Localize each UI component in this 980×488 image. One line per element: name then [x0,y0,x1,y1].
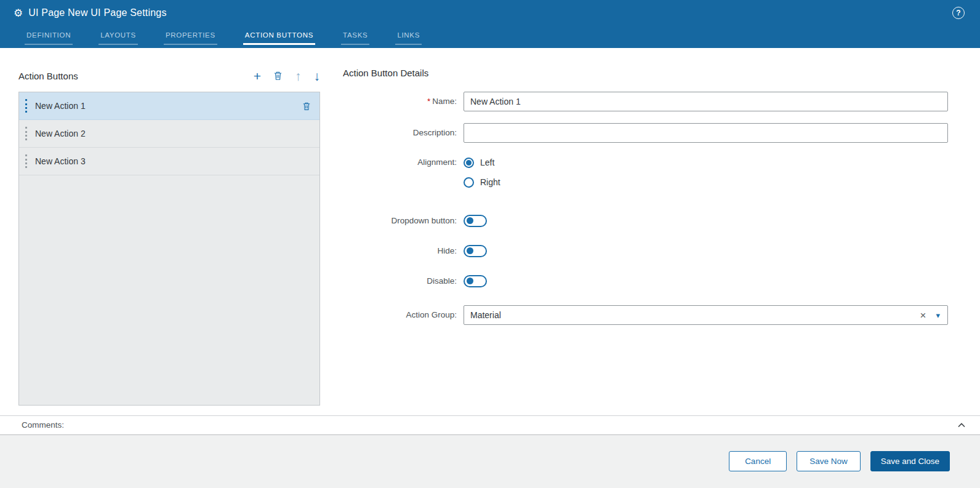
action-group-label: Action Group: [343,305,464,325]
save-and-close-button[interactable]: Save and Close [870,451,950,471]
required-marker: * [427,97,430,106]
tab-properties[interactable]: PROPERTIES [164,31,217,45]
clear-selection-icon[interactable]: × [920,310,926,321]
chevron-down-icon[interactable]: ▾ [936,311,940,319]
hide-row: Hide: [343,245,948,257]
details-title: Action Button Details [343,68,948,84]
tab-definition[interactable]: DEFINITION [25,31,73,45]
drag-handle-icon[interactable] [25,127,27,140]
description-row: Description: [343,123,948,143]
list-item-label: New Action 3 [35,156,86,166]
comments-section[interactable]: Comments: [0,415,980,435]
action-group-row: Action Group: Material × ▾ [343,305,948,325]
gear-icon: ⚙ [14,8,23,18]
move-down-button[interactable]: ↓ [314,70,321,82]
footer-bar: Cancel Save Now Save and Close [0,435,980,488]
disable-toggle[interactable] [464,275,487,287]
tab-tasks[interactable]: TASKS [341,31,369,45]
tab-layouts[interactable]: LAYOUTS [98,31,138,45]
drag-handle-icon[interactable] [25,154,27,168]
move-up-button[interactable]: ↑ [295,70,302,82]
action-group-value: Material [470,310,920,320]
dropdown-button-row: Dropdown button: [343,215,948,227]
details-form: *Name: Description: Alignment: Left [343,92,948,337]
dropdown-button-toggle[interactable] [464,215,487,227]
radio-right[interactable] [464,177,474,188]
dropdown-button-label: Dropdown button: [343,215,464,227]
action-group-select[interactable]: Material × ▾ [464,305,948,325]
list-item-label: New Action 1 [35,101,86,111]
action-buttons-header: Action Buttons + ↑ ↓ [18,68,320,84]
page-title: UI Page New UI Page Settings [28,7,166,18]
delete-action-button[interactable] [273,71,283,81]
help-icon[interactable]: ? [952,7,965,19]
name-label: *Name: [343,92,464,111]
action-buttons-title: Action Buttons [18,71,78,81]
action-button-details-panel: Action Button Details *Name: Description… [343,68,948,415]
name-row: *Name: [343,92,948,111]
tab-links[interactable]: LINKS [395,31,422,45]
name-input[interactable] [464,92,948,111]
chevron-up-icon[interactable] [957,420,966,430]
main-content: Action Buttons + ↑ ↓ New Action 1 New [0,48,980,415]
description-input[interactable] [464,123,948,143]
hide-label: Hide: [343,245,464,257]
alignment-option-left[interactable]: Left [464,154,948,170]
radio-left[interactable] [464,158,474,168]
radio-right-label: Right [480,177,500,187]
delete-item-icon[interactable] [302,102,311,111]
disable-label: Disable: [343,275,464,287]
list-item-new-action-3[interactable]: New Action 3 [19,148,319,175]
radio-left-label: Left [480,158,494,167]
cancel-button[interactable]: Cancel [729,451,787,471]
disable-row: Disable: [343,275,948,287]
comments-label: Comments: [22,420,64,430]
list-toolbar: + ↑ ↓ [254,70,320,82]
alignment-row: Alignment: Left Right [343,154,948,194]
list-item-label: New Action 2 [35,129,86,138]
hide-toggle[interactable] [464,245,487,257]
list-item-new-action-2[interactable]: New Action 2 [19,120,319,148]
description-label: Description: [343,123,464,143]
tabs-bar: DEFINITION LAYOUTS PROPERTIES ACTION BUT… [0,26,980,48]
save-now-button[interactable]: Save Now [797,451,861,471]
action-buttons-list: New Action 1 New Action 2 New Action 3 [18,92,320,406]
add-action-button[interactable]: + [254,70,261,82]
alignment-option-right[interactable]: Right [464,174,948,190]
app-header: ⚙ UI Page New UI Page Settings ? [0,0,980,26]
tab-action-buttons[interactable]: ACTION BUTTONS [243,31,315,45]
action-buttons-panel: Action Buttons + ↑ ↓ New Action 1 New [18,68,320,415]
drag-handle-icon[interactable] [25,99,27,113]
list-item-new-action-1[interactable]: New Action 1 [19,92,319,120]
alignment-label: Alignment: [343,154,464,170]
